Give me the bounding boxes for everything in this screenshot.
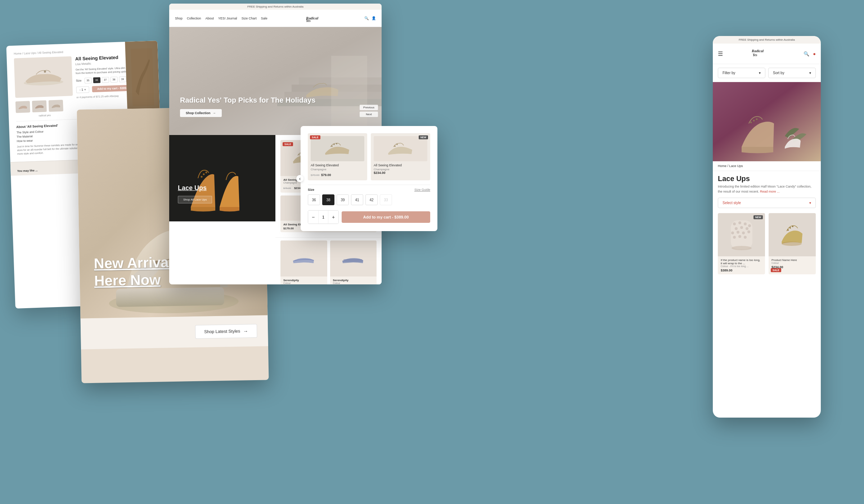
filter-chevron-icon: ▾ [759, 71, 761, 75]
nav-collection[interactable]: Collection [187, 17, 201, 20]
thumbnail-3[interactable] [49, 100, 63, 112]
mobile-product-image-1 [718, 213, 765, 256]
svg-point-23 [206, 172, 207, 174]
size-39-btn[interactable]: 39 [337, 194, 349, 205]
mobile-product-info-1: If the product name is too long, it will… [718, 256, 765, 274]
shop-latest-arrow: → [243, 328, 248, 334]
logo-svg: Radical Yes [305, 13, 327, 23]
account-icon[interactable]: 👤 [372, 16, 376, 20]
sort-by-button[interactable]: Sort by ▾ [768, 68, 816, 78]
mobile-search-icon[interactable]: 🔍 [804, 51, 809, 57]
mobile-hero-svg [713, 82, 821, 161]
product-image-serendipity-2 [330, 240, 377, 276]
popup-product-images: SALE All Seeing Elevated Champagne $79.0… [308, 133, 430, 180]
size-guide-link[interactable]: Size Guide [414, 188, 430, 192]
mobile-product-desc-2: Colour [771, 262, 813, 264]
size-38[interactable]: 38 [110, 76, 118, 82]
shop-latest-button[interactable]: Shop Latest Styles → [195, 324, 257, 339]
svg-text:Yes: Yes [306, 19, 311, 23]
svg-point-54 [733, 236, 736, 239]
popup-product-1-image [311, 136, 364, 161]
product-card-info-serendipity-2: Serendipity Colour $169.00 [330, 276, 377, 284]
shop-collection-button[interactable]: Shop Collection → [180, 109, 222, 117]
size-36-btn[interactable]: 36 [308, 194, 320, 205]
quantity-control[interactable]: - 1 + [76, 86, 89, 93]
thumb-shoe-icon-2 [33, 102, 45, 111]
svg-point-47 [735, 227, 738, 230]
filter-by-button[interactable]: Filter by ▾ [718, 68, 765, 78]
new-arrivals-heading-line1: New Arrivals [94, 253, 181, 272]
site-logo: Radical Yes [305, 13, 327, 24]
product-image-serendipity-1 [280, 240, 327, 276]
lace-ups-featured: Lace Ups Shop All Lace Ups [169, 135, 275, 221]
nav-journal[interactable]: YES! Journal [218, 17, 237, 20]
size-41-btn[interactable]: 41 [351, 194, 363, 205]
popup-shoe-2 [386, 140, 415, 158]
nav-shop[interactable]: Shop [175, 17, 183, 20]
product-color-serendipity-1: Colour [283, 282, 324, 284]
quantity-control[interactable]: − 1 + [308, 210, 339, 224]
mobile-product-card-1[interactable]: NEW [718, 213, 765, 274]
popup-divider [308, 185, 430, 185]
svg-point-21 [201, 176, 203, 178]
previous-button[interactable]: Previous [360, 105, 378, 110]
sale-badge-1: SALE [283, 142, 293, 146]
svg-rect-19 [331, 56, 367, 128]
breadcrumb-home[interactable]: Home [718, 164, 726, 168]
thumb-shoe-icon-3 [50, 101, 62, 110]
svg-point-52 [742, 231, 745, 234]
svg-point-22 [203, 174, 205, 175]
size-35[interactable]: 35 [84, 77, 92, 84]
read-more-link[interactable]: Read more ... [760, 190, 780, 193]
mobile-logo: Radical Yes [751, 47, 776, 60]
svg-point-51 [737, 231, 739, 234]
shop-collection-label: Shop Collection [186, 111, 211, 115]
size-39[interactable]: 39 [119, 76, 126, 82]
size-33-btn[interactable]: 33 [380, 194, 392, 205]
brand-tag: radical yes [16, 113, 73, 118]
new-arrivals-heading-line2: Here Now [94, 271, 181, 289]
next-button[interactable]: Next [360, 112, 378, 117]
svg-point-60 [792, 226, 793, 227]
shop-all-lace-ups-button[interactable]: Shop All Lace Ups [178, 196, 212, 203]
nav-about[interactable]: About [206, 17, 214, 20]
side-image-strip [125, 41, 160, 114]
svg-point-56 [744, 236, 747, 239]
size-42-btn[interactable]: 42 [365, 194, 378, 205]
popup-color-1: Champagne [311, 168, 364, 171]
thumbnail-2[interactable] [32, 100, 47, 112]
popup-new-badge: NEW [419, 135, 428, 139]
select-style-dropdown[interactable]: Select style ▾ [718, 198, 816, 208]
product-name-serendipity-1: Serendipity [283, 279, 324, 282]
size-38-btn[interactable]: 38 [322, 194, 334, 205]
popup-arrow-left[interactable]: ‹ [296, 175, 303, 182]
qty-plus[interactable]: + [328, 211, 338, 224]
size-37[interactable]: 37 [102, 77, 109, 83]
qty-minus[interactable]: − [308, 211, 318, 224]
search-icon[interactable]: 🔍 [364, 16, 369, 20]
svg-point-1 [44, 71, 46, 73]
mobile-product-desc-1: Colour - if it is too long ... [721, 265, 762, 267]
product-card-serendipity-1[interactable]: Serendipity Colour $169.00 [280, 240, 327, 284]
thumbnail-1[interactable] [15, 101, 30, 113]
lace-ups-title: Lace Ups [178, 184, 212, 192]
sort-chevron-icon: ▾ [809, 71, 811, 75]
svg-point-53 [747, 230, 750, 233]
add-to-cart-popup-button[interactable]: Add to my cart - $389.00 [342, 211, 430, 223]
mobile-shoe-svg-1 [727, 219, 756, 251]
popup-old-price-1: $79.00 [311, 174, 319, 177]
product-card-serendipity-2[interactable]: Serendipity Colour $169.00 [330, 240, 377, 284]
popup-product-2[interactable]: NEW All Seeing Elevated Champagne $234.0… [371, 133, 430, 180]
hamburger-icon[interactable]: ☰ [718, 50, 723, 57]
svg-point-34 [394, 145, 396, 147]
mobile-nav-icons: 🔍 ● [804, 51, 816, 57]
svg-point-58 [787, 229, 789, 231]
nav-sale[interactable]: Sale [261, 17, 267, 20]
size-label: Size [76, 79, 82, 82]
mobile-cart-icon[interactable]: ● [813, 51, 816, 57]
size-36[interactable]: 36 [93, 77, 100, 83]
mobile-filter-row: Filter by ▾ Sort by ▾ [713, 64, 821, 82]
popup-product-1[interactable]: SALE All Seeing Elevated Champagne $79.0… [308, 133, 367, 180]
nav-size-chart[interactable]: Size Chart [242, 17, 257, 20]
mobile-product-card-2[interactable]: SALE Product Name Here Colour $234.00 [769, 213, 816, 274]
